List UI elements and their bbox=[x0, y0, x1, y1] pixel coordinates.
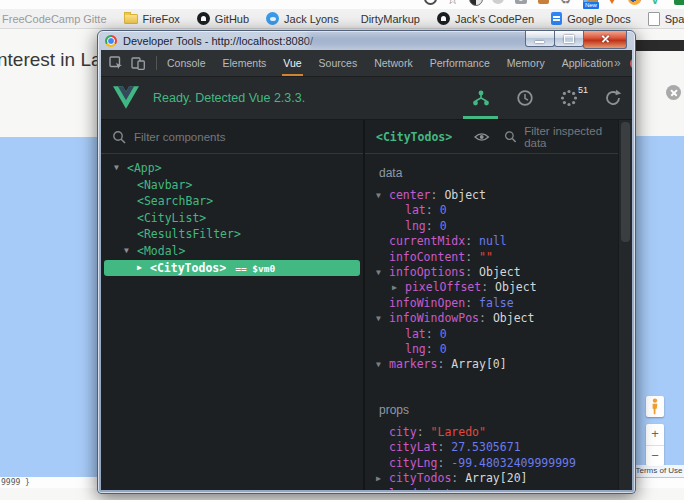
state-colon: : bbox=[451, 471, 465, 485]
state-key: lng bbox=[405, 342, 426, 356]
component-tree-item[interactable]: <CityList> bbox=[101, 210, 363, 227]
state-key: infoWindowPos bbox=[389, 311, 479, 325]
state-key: center bbox=[389, 188, 431, 202]
tabbar-right-group: » 14 bbox=[614, 56, 632, 70]
magnifier-icon[interactable] bbox=[424, 0, 437, 5]
page-icon bbox=[648, 12, 660, 26]
state-key: cityTodos bbox=[389, 471, 451, 485]
component-state: data▼center: Objectlat: 0lng: 0currentMi… bbox=[365, 154, 632, 490]
devtools-tab-sources[interactable]: Sources bbox=[318, 50, 359, 76]
device-toolbar-icon[interactable] bbox=[131, 56, 145, 70]
modal-fragment bbox=[634, 51, 684, 136]
component-tree-item[interactable]: <SearchBar> bbox=[101, 193, 363, 210]
folder-icon bbox=[124, 14, 138, 24]
events-tab-icon[interactable]: 51 bbox=[559, 89, 578, 108]
state-row: ▶cityTodos: Array[20] bbox=[365, 471, 632, 486]
state-row: lng: 0 bbox=[365, 219, 632, 234]
map-area-left[interactable] bbox=[0, 137, 97, 477]
more-tabs-button[interactable]: » bbox=[614, 56, 621, 70]
bookmark-item[interactable]: Jack Lyons bbox=[266, 12, 339, 25]
map-area-right[interactable]: + − Terms of Use bbox=[634, 136, 684, 478]
recycle-icon[interactable]: ♻ bbox=[560, 0, 576, 8]
component-tree-item[interactable]: ▼<App> bbox=[101, 160, 363, 177]
zero-box-icon[interactable]: 0 bbox=[515, 0, 527, 4]
state-colon: : bbox=[437, 456, 451, 470]
modal-close-button[interactable] bbox=[666, 85, 681, 100]
bookmark-item[interactable]: GitHub bbox=[197, 12, 249, 25]
maximize-button[interactable] bbox=[554, 31, 584, 47]
bookmark-item[interactable]: Google Docs bbox=[551, 12, 631, 25]
component-tree-item[interactable]: <ResultsFilter> bbox=[101, 226, 363, 243]
bookmark-item[interactable]: FreeCodeCamp Gitte bbox=[2, 13, 107, 25]
close-button[interactable] bbox=[583, 31, 627, 49]
map-pegman-control[interactable] bbox=[646, 396, 664, 417]
devtools-tab-performance[interactable]: Performance bbox=[429, 50, 491, 76]
state-section-props: propscity: "Laredo"cityLat: 27.5305671ci… bbox=[365, 403, 632, 490]
devtools-tab-memory[interactable]: Memory bbox=[506, 50, 546, 76]
state-value: Array[0] bbox=[451, 357, 506, 371]
state-row: lat: 0 bbox=[365, 203, 632, 218]
zoom-out-button[interactable]: − bbox=[646, 446, 664, 467]
bookmark-label: DirtyMarkup bbox=[361, 13, 420, 25]
inspector-scrollbar[interactable] bbox=[618, 120, 632, 490]
expand-arrow-icon[interactable]: ▼ bbox=[114, 160, 119, 177]
devtools-tab-application[interactable]: Application bbox=[561, 50, 614, 76]
inspect-dom-eye-icon[interactable] bbox=[474, 132, 489, 142]
chrome-icon bbox=[105, 35, 117, 47]
history-tab-icon[interactable] bbox=[515, 89, 534, 108]
bookmark-item[interactable]: Jack's CodePen bbox=[437, 12, 534, 25]
expand-arrow-icon[interactable]: ▼ bbox=[124, 243, 129, 260]
vue-status-text: Ready. Detected Vue 2.3.3. bbox=[153, 77, 305, 119]
bookmark-item[interactable]: FireFox bbox=[124, 13, 180, 25]
devtools-tab-console[interactable]: Console bbox=[166, 50, 207, 76]
orange-arrow-icon[interactable] bbox=[606, 0, 618, 4]
star-icon[interactable]: ☆ bbox=[447, 0, 463, 8]
pegman-icon bbox=[650, 398, 660, 415]
devtools-tab-elements[interactable]: Elements bbox=[222, 50, 268, 76]
devtools-titlebar[interactable]: Developer Tools - http://localhost:8080/ bbox=[98, 31, 635, 50]
wrench-icon[interactable] bbox=[538, 0, 549, 4]
expand-arrow-icon[interactable]: ▼ bbox=[376, 357, 381, 372]
expand-arrow-icon[interactable]: ▼ bbox=[376, 311, 381, 326]
image-new-icon[interactable]: New bbox=[583, 0, 598, 4]
collapse-arrow-icon[interactable]: ▶ bbox=[392, 280, 397, 295]
error-badge[interactable]: 14 bbox=[630, 57, 632, 69]
state-key: lat bbox=[405, 203, 426, 217]
devtools-tab-network[interactable]: Network bbox=[373, 50, 414, 76]
blurred-region bbox=[308, 34, 553, 47]
state-row: infoContent: "" bbox=[365, 250, 632, 265]
page-right-strip: + − Terms of Use bbox=[634, 29, 684, 500]
new-badge: New bbox=[583, 2, 599, 9]
half-circle-icon[interactable] bbox=[469, 0, 483, 6]
component-tree-item[interactable]: <Navbar> bbox=[101, 177, 363, 194]
map-terms-link[interactable]: Terms of Use bbox=[634, 465, 684, 477]
expand-arrow-icon[interactable]: ▼ bbox=[376, 188, 381, 203]
vue-icon[interactable]: V bbox=[651, 0, 667, 8]
scrollbar-thumb[interactable] bbox=[621, 122, 630, 242]
page-bottom-right bbox=[634, 478, 684, 488]
state-colon: : bbox=[465, 296, 479, 310]
green-box-icon[interactable] bbox=[674, 0, 684, 5]
state-value: "" bbox=[479, 250, 493, 264]
expand-arrow-icon[interactable]: ▼ bbox=[376, 265, 381, 280]
component-tree-item[interactable]: ▼<Modal> bbox=[101, 243, 363, 260]
minimize-button[interactable] bbox=[525, 31, 555, 47]
bookmark-item[interactable]: DirtyMarkup bbox=[356, 13, 420, 25]
state-row: infoWinOpen: false bbox=[365, 296, 632, 311]
state-colon: : bbox=[465, 234, 479, 248]
inspect-element-icon[interactable] bbox=[109, 56, 123, 70]
github-icon bbox=[197, 12, 210, 25]
zoom-in-button[interactable]: + bbox=[646, 424, 664, 446]
ghost-icon[interactable] bbox=[492, 0, 504, 4]
bookmark-item[interactable]: Sparkle Temp Site bbox=[648, 12, 684, 26]
devtools-tab-vue[interactable]: Vue bbox=[282, 50, 302, 76]
section-title: props bbox=[379, 403, 632, 417]
refresh-icon[interactable] bbox=[603, 89, 622, 108]
collapse-arrow-icon[interactable]: ▶ bbox=[137, 260, 142, 277]
component-tree-item[interactable]: ▶<CityTodos>== $vm0 bbox=[104, 260, 360, 277]
components-pane: Filter components ▼<App><Navbar><SearchB… bbox=[101, 120, 365, 490]
firefox-icon[interactable] bbox=[628, 0, 641, 5]
component-filter-row[interactable]: Filter components bbox=[101, 120, 363, 154]
components-tab-icon[interactable] bbox=[471, 89, 490, 108]
collapse-arrow-icon[interactable]: ▶ bbox=[376, 471, 381, 486]
